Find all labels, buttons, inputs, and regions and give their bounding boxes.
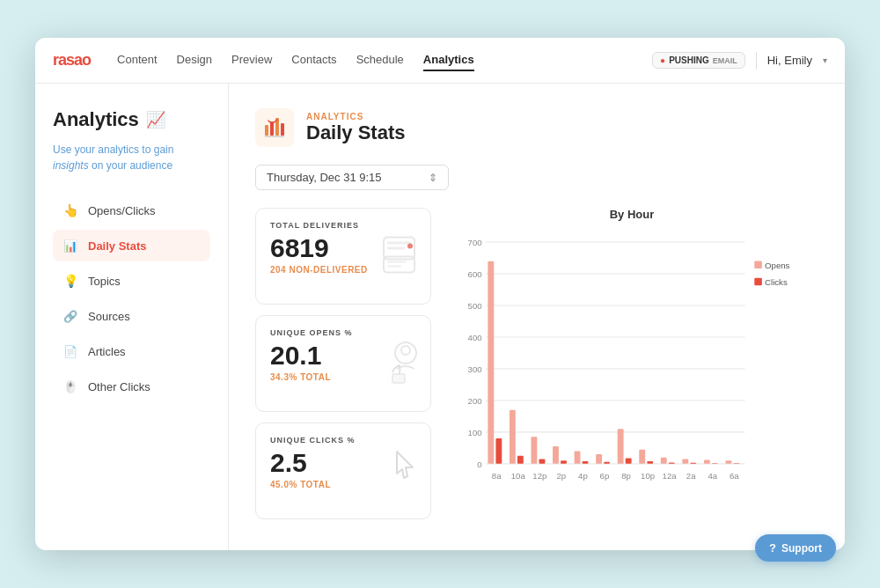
svg-rect-38 xyxy=(539,459,546,463)
main-layout: Analytics 📈 Use your analytics to gain i… xyxy=(35,84,845,550)
sidebar-item-articles[interactable]: 📄 Articles xyxy=(53,335,210,367)
svg-text:4p: 4p xyxy=(578,471,588,481)
nav-design[interactable]: Design xyxy=(177,49,212,71)
svg-rect-47 xyxy=(604,462,610,464)
svg-point-13 xyxy=(401,346,410,355)
svg-text:2a: 2a xyxy=(686,471,696,481)
svg-rect-9 xyxy=(387,261,407,263)
topics-icon: 💡 xyxy=(62,272,79,290)
top-nav: rasao Content Design Preview Contacts Sc… xyxy=(35,38,845,84)
svg-rect-50 xyxy=(626,458,632,463)
svg-rect-10 xyxy=(387,266,401,268)
chevron-down-icon: ▾ xyxy=(823,55,827,65)
svg-rect-43 xyxy=(575,451,581,463)
svg-text:300: 300 xyxy=(468,364,482,374)
sidebar-item-other-clicks[interactable]: 🖱️ Other Clicks xyxy=(53,371,210,402)
svg-rect-0 xyxy=(265,125,268,136)
nav-analytics[interactable]: Analytics xyxy=(423,49,474,71)
svg-text:8p: 8p xyxy=(621,471,631,481)
nav-schedule[interactable]: Schedule xyxy=(356,49,404,71)
date-picker[interactable]: Thursday, Dec 31 9:15 ⇕ xyxy=(255,165,449,190)
svg-rect-64 xyxy=(725,460,731,464)
svg-rect-65 xyxy=(733,463,739,464)
content-title-block: ANALYTICS Daily Stats xyxy=(306,112,406,144)
svg-text:6p: 6p xyxy=(600,471,610,481)
page-title: Daily Stats xyxy=(306,121,406,144)
nav-content[interactable]: Content xyxy=(117,49,158,71)
svg-text:500: 500 xyxy=(468,301,482,311)
svg-text:Clicks: Clicks xyxy=(765,277,788,287)
date-chevron-icon: ⇕ xyxy=(429,172,437,184)
svg-rect-58 xyxy=(682,459,688,463)
svg-text:0: 0 xyxy=(477,459,481,469)
svg-text:2p: 2p xyxy=(557,471,567,481)
nav-divider xyxy=(756,52,757,70)
svg-text:10a: 10a xyxy=(511,471,526,481)
svg-rect-7 xyxy=(387,247,405,250)
nav-contacts[interactable]: Contacts xyxy=(291,49,336,71)
logo: rasao xyxy=(53,51,91,70)
svg-text:10p: 10p xyxy=(641,471,655,481)
svg-text:600: 600 xyxy=(468,269,482,279)
svg-rect-35 xyxy=(517,456,524,464)
svg-text:100: 100 xyxy=(468,428,482,437)
support-button[interactable]: ? Support xyxy=(755,534,836,562)
svg-rect-31 xyxy=(488,261,494,464)
chart-area: By Hour 70060050040030020010008a10a12p2p… xyxy=(445,208,818,519)
date-value: Thursday, Dec 31 9:15 xyxy=(267,171,382,184)
stat-card-clicks: UNIQUE CLICKS % 2.5 45.0% TOTAL xyxy=(255,423,431,519)
svg-rect-61 xyxy=(704,460,710,464)
sidebar-item-topics[interactable]: 💡 Topics xyxy=(53,265,210,297)
svg-rect-37 xyxy=(531,437,537,464)
svg-rect-14 xyxy=(392,374,405,383)
chart-title: By Hour xyxy=(445,208,818,221)
svg-rect-46 xyxy=(596,454,602,464)
svg-rect-69 xyxy=(754,278,762,286)
user-greeting[interactable]: Hi, Emily xyxy=(767,54,812,67)
sources-icon: 🔗 xyxy=(62,307,79,325)
chart-icon xyxy=(263,116,286,139)
sidebar-item-sources[interactable]: 🔗 Sources xyxy=(53,300,210,332)
main-content: ANALYTICS Daily Stats Thursday, Dec 31 9… xyxy=(229,84,845,550)
sidebar-nav: 👆 Opens/Clicks 📊 Daily Stats 💡 Topics 🔗 … xyxy=(53,195,210,402)
deliveries-label: TOTAL DELIVERIES xyxy=(270,221,416,230)
svg-text:400: 400 xyxy=(468,333,482,342)
nav-preview[interactable]: Preview xyxy=(231,49,272,71)
svg-text:12p: 12p xyxy=(532,471,546,481)
stat-card-opens: UNIQUE OPENS % 20.1 34.3% TOTAL xyxy=(255,315,431,412)
articles-icon: 📄 xyxy=(62,342,79,360)
sidebar-item-daily-stats[interactable]: 📊 Daily Stats xyxy=(53,230,210,261)
svg-rect-44 xyxy=(583,461,589,464)
breadcrumb: ANALYTICS xyxy=(306,112,406,121)
svg-rect-55 xyxy=(661,458,667,464)
analytics-icon: 📈 xyxy=(146,110,165,129)
svg-rect-32 xyxy=(495,438,502,464)
svg-text:4a: 4a xyxy=(708,471,717,481)
nav-links: Content Design Preview Contacts Schedule… xyxy=(117,49,652,71)
sidebar: Analytics 📈 Use your analytics to gain i… xyxy=(35,84,229,550)
stats-cards: TOTAL DELIVERIES 6819 204 NON-DELIVERED xyxy=(255,208,431,519)
clicks-illustration xyxy=(379,443,423,499)
stat-card-deliveries: TOTAL DELIVERIES 6819 204 NON-DELIVERED xyxy=(255,208,431,305)
svg-rect-6 xyxy=(387,242,411,245)
stats-row: TOTAL DELIVERIES 6819 204 NON-DELIVERED xyxy=(255,208,818,519)
svg-rect-3 xyxy=(281,123,284,136)
svg-rect-53 xyxy=(647,461,653,464)
svg-rect-59 xyxy=(690,463,696,464)
support-icon: ? xyxy=(769,541,776,555)
daily-stats-icon: 📊 xyxy=(62,237,79,254)
svg-rect-34 xyxy=(510,410,516,464)
svg-text:8a: 8a xyxy=(492,471,502,481)
svg-point-11 xyxy=(407,244,413,249)
svg-rect-52 xyxy=(639,450,645,464)
svg-rect-41 xyxy=(561,460,567,464)
sidebar-item-opens-clicks[interactable]: 👆 Opens/Clicks xyxy=(53,195,210,226)
deliveries-illustration xyxy=(375,231,423,283)
svg-text:700: 700 xyxy=(468,238,482,247)
nav-right: ● PUSHING EMAIL Hi, Emily ▾ xyxy=(652,52,827,70)
other-clicks-icon: 🖱️ xyxy=(62,378,79,395)
svg-rect-40 xyxy=(553,446,559,464)
sidebar-title: Analytics 📈 xyxy=(53,108,210,131)
bar-chart: 70060050040030020010008a10a12p2p4p6p8p10… xyxy=(445,228,818,496)
svg-text:Opens: Opens xyxy=(765,261,790,270)
